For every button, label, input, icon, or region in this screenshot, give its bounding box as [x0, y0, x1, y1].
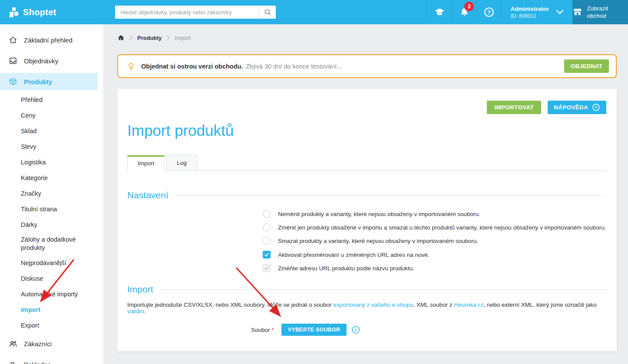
- sidebar-subitem-import[interactable]: Import: [0, 302, 104, 318]
- subitem-label: Značky: [21, 190, 41, 197]
- sidebar-subitem-logistika[interactable]: Logistika: [0, 154, 104, 170]
- tab-import[interactable]: Import: [127, 155, 165, 171]
- sidebar-subitem-ceny[interactable]: Ceny: [0, 108, 104, 123]
- sidebar-item-pokladna[interactable]: Pokladna: [0, 354, 104, 364]
- trial-banner: Objednat si ostrou verzi obchodu. Zbývá …: [117, 54, 617, 78]
- import-card: IMPORTOVAT NÁPOVĚDA ? Import produktů Im…: [117, 89, 617, 351]
- desc-text: , XML soubor z: [413, 302, 454, 308]
- checkbox-row: Změňte adresu URL produktu podle názvu p…: [263, 264, 606, 272]
- notification-badge: 2: [464, 2, 474, 11]
- search-input[interactable]: [115, 9, 259, 16]
- checkbox-row: Aktivovat přesměrování u změněných URL a…: [263, 251, 606, 259]
- sidebar-item-zakaznici[interactable]: Zákazníci: [0, 333, 104, 354]
- academy-button[interactable]: [427, 0, 452, 24]
- customers-icon: [9, 339, 17, 348]
- radio-zmenit[interactable]: [263, 223, 271, 231]
- chevron-right-icon: [166, 35, 170, 40]
- sidebar-item-zakladni-prehled[interactable]: Základní přehled: [0, 30, 104, 50]
- breadcrumb-produkty[interactable]: Produkty: [137, 35, 162, 41]
- desc-text: , nebo externí XML, který jsme označili …: [483, 302, 596, 308]
- subitem-label: Sklad: [21, 128, 36, 134]
- heading-rule: [160, 289, 606, 290]
- user-id: ID: 606011: [510, 13, 549, 19]
- search-button[interactable]: [259, 6, 276, 19]
- sidebar-item-produkty[interactable]: Produkty: [0, 73, 98, 90]
- sidebar-subitem-sklad[interactable]: Sklad: [0, 123, 104, 139]
- user-info: Administrator ID: 606011: [510, 6, 549, 19]
- subitem-label: Zálohy a dodatkové produkty: [21, 236, 87, 252]
- objednat-button[interactable]: OBJEDNAT: [564, 59, 609, 73]
- heading-rule: [175, 195, 606, 196]
- lightbulb-icon: [127, 61, 136, 72]
- sidebar-subitem-kategorie[interactable]: Kategorie: [0, 170, 104, 186]
- breadcrumb-home-icon[interactable]: [117, 34, 124, 41]
- napoveda-button[interactable]: NÁPOVĚDA ?: [548, 101, 606, 114]
- view-shop-button[interactable]: Zobrazit obchod: [572, 0, 628, 24]
- tabs: Import Log: [127, 155, 606, 171]
- top-bar: Shoptet 2 ?: [0, 0, 628, 24]
- link-heureka[interactable]: Heureka.cz: [454, 302, 483, 308]
- help-button[interactable]: ?: [476, 0, 501, 24]
- sidebar-subitem-titulni-strana[interactable]: Titulní strana: [0, 201, 104, 217]
- import-section-heading: Import: [127, 284, 606, 295]
- breadcrumb: Produkty Import: [117, 34, 617, 42]
- notifications-button[interactable]: 2: [452, 0, 476, 24]
- products-icon: [9, 77, 17, 86]
- radio-row: Změnit jen produkty obsažené v importu a…: [263, 223, 606, 231]
- shoptet-logo[interactable]: Shoptet: [0, 7, 104, 17]
- sidebar-item-label: Pokladna: [24, 361, 51, 364]
- link-validni[interactable]: validní: [127, 308, 144, 315]
- radio-smazat[interactable]: [263, 237, 271, 245]
- desc-text: Importujte jednoduše CSV/XLSX, nebo XML …: [127, 302, 333, 308]
- file-field-label: Soubor: [251, 327, 270, 333]
- storefront-icon: [572, 7, 582, 17]
- link-export-eshop[interactable]: exportovaný z vašeho e-shopu: [333, 302, 413, 308]
- subitem-label: Logistika: [21, 159, 46, 166]
- tab-log[interactable]: Log: [166, 155, 197, 171]
- orders-icon: [9, 56, 17, 65]
- chevron-right-icon: [129, 35, 132, 40]
- breadcrumb-import: Import: [175, 35, 191, 41]
- sidebar-subitem-zalohy[interactable]: Zálohy a dodatkové produkty: [0, 233, 104, 255]
- info-icon: [351, 325, 360, 334]
- file-info-icon[interactable]: [351, 325, 360, 334]
- chevron-down-icon: [556, 10, 564, 15]
- subitem-label: Ceny: [21, 112, 36, 119]
- page-title: Import produktů: [127, 89, 606, 139]
- radio-nemenit[interactable]: [263, 210, 271, 218]
- sidebar-subitem-automaticke-importy[interactable]: Automatické importy: [0, 286, 104, 302]
- subitem-label: Nejprodávanější: [21, 259, 66, 266]
- import-description: Importujte jednoduše CSV/XLSX, nebo XML …: [127, 302, 606, 315]
- sidebar-subitem-darky[interactable]: Dárky: [0, 217, 104, 233]
- radio-label: Změnit jen produkty obsažené v importu a…: [278, 224, 606, 231]
- radio-label: Smazat produkty a varianty, které nejsou…: [278, 238, 478, 244]
- sidebar-item-objednavky[interactable]: Objednávky: [0, 50, 104, 71]
- graduation-cap-icon: [434, 7, 445, 18]
- sidebar-item-label: Základní přehled: [24, 36, 73, 44]
- sidebar-subitem-nejprodavanejsi[interactable]: Nejprodávanější: [0, 255, 104, 271]
- subitem-label: Import: [21, 306, 40, 313]
- global-search: [115, 6, 276, 19]
- radio-label: Neměnit produkty a varianty, které nejso…: [278, 211, 480, 217]
- checkbox-redirect[interactable]: [263, 251, 271, 259]
- desc-text: .: [144, 308, 146, 315]
- sidebar-subitem-diskuse[interactable]: Diskuse: [0, 271, 104, 286]
- main-content: Produkty Import Objednat si ostrou verzi…: [104, 24, 628, 364]
- search-icon: [264, 8, 271, 16]
- sidebar-subitem-slevy[interactable]: Slevy: [0, 139, 104, 154]
- subitem-label: Dárky: [21, 221, 37, 228]
- topbar-actions: 2 ? Administrator ID: 606011 Zobrazit o: [427, 0, 628, 24]
- sidebar-subitem-export[interactable]: Export: [0, 318, 104, 333]
- settings-heading-label: Nastavení: [127, 190, 169, 200]
- cash-register-icon: [9, 360, 17, 364]
- importovat-button[interactable]: IMPORTOVAT: [487, 101, 541, 114]
- check-icon: [264, 252, 269, 257]
- question-icon: ?: [483, 7, 495, 18]
- sidebar-subitem-prehled[interactable]: Přehled: [0, 92, 104, 108]
- sidebar: Základní přehled Objednávky Produkty Pře…: [0, 24, 104, 364]
- sidebar-subitem-znacky[interactable]: Značky: [0, 186, 104, 201]
- subitem-label: Titulní strana: [21, 206, 57, 213]
- checkbox-label: Změňte adresu URL produktu podle názvu p…: [278, 265, 414, 272]
- user-menu[interactable]: Administrator ID: 606011: [501, 0, 572, 24]
- vyberte-soubor-button[interactable]: VYBERTE SOUBOR: [281, 324, 347, 336]
